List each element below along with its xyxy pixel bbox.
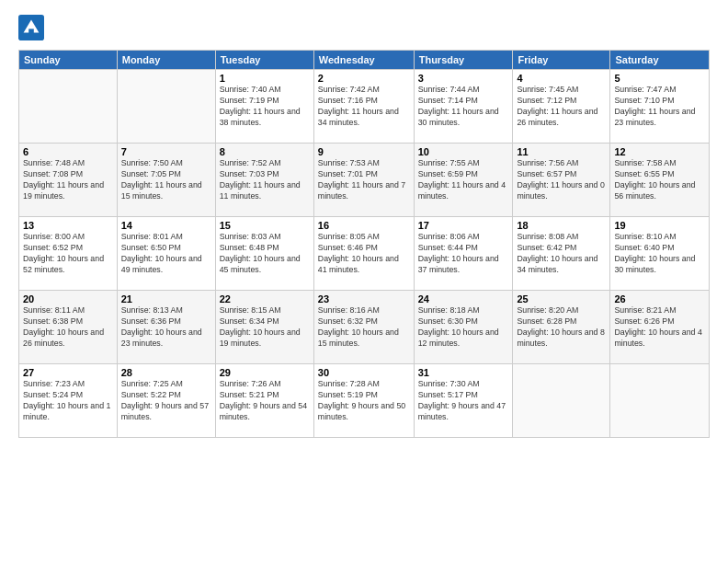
day-info: Sunrise: 8:01 AM Sunset: 6:50 PM Dayligh… bbox=[121, 232, 211, 276]
calendar-cell bbox=[513, 364, 610, 438]
calendar-cell: 1Sunrise: 7:40 AM Sunset: 7:19 PM Daylig… bbox=[215, 70, 313, 144]
calendar-cell: 21Sunrise: 8:13 AM Sunset: 6:36 PM Dayli… bbox=[117, 291, 215, 364]
day-number: 6 bbox=[23, 146, 113, 157]
calendar-cell: 14Sunrise: 8:01 AM Sunset: 6:50 PM Dayli… bbox=[117, 217, 215, 291]
day-number: 23 bbox=[318, 293, 410, 304]
day-info: Sunrise: 7:42 AM Sunset: 7:16 PM Dayligh… bbox=[318, 85, 410, 129]
calendar-cell: 28Sunrise: 7:25 AM Sunset: 5:22 PM Dayli… bbox=[117, 364, 215, 438]
calendar-cell: 5Sunrise: 7:47 AM Sunset: 7:10 PM Daylig… bbox=[610, 70, 710, 144]
day-number: 30 bbox=[318, 367, 410, 378]
day-info: Sunrise: 7:47 AM Sunset: 7:10 PM Dayligh… bbox=[614, 85, 705, 129]
calendar-week-row: 27Sunrise: 7:23 AM Sunset: 5:24 PM Dayli… bbox=[19, 364, 710, 438]
calendar-cell: 19Sunrise: 8:10 AM Sunset: 6:40 PM Dayli… bbox=[610, 217, 710, 291]
day-number: 20 bbox=[23, 293, 113, 304]
logo bbox=[18, 15, 48, 40]
calendar-cell: 12Sunrise: 7:58 AM Sunset: 6:55 PM Dayli… bbox=[610, 144, 710, 217]
calendar-cell bbox=[610, 364, 710, 438]
day-number: 18 bbox=[517, 220, 606, 231]
calendar-cell: 8Sunrise: 7:52 AM Sunset: 7:03 PM Daylig… bbox=[215, 144, 313, 217]
calendar-table: SundayMondayTuesdayWednesdayThursdayFrid… bbox=[18, 50, 710, 438]
day-number: 11 bbox=[517, 146, 606, 157]
calendar-cell: 13Sunrise: 8:00 AM Sunset: 6:52 PM Dayli… bbox=[19, 217, 118, 291]
day-info: Sunrise: 7:30 AM Sunset: 5:17 PM Dayligh… bbox=[418, 379, 509, 423]
calendar-cell: 17Sunrise: 8:06 AM Sunset: 6:44 PM Dayli… bbox=[414, 217, 513, 291]
day-info: Sunrise: 8:03 AM Sunset: 6:48 PM Dayligh… bbox=[220, 232, 310, 276]
day-info: Sunrise: 7:55 AM Sunset: 6:59 PM Dayligh… bbox=[418, 158, 509, 202]
page: SundayMondayTuesdayWednesdayThursdayFrid… bbox=[0, 0, 728, 563]
day-number: 31 bbox=[418, 367, 509, 378]
day-number: 14 bbox=[121, 220, 211, 231]
calendar-cell: 6Sunrise: 7:48 AM Sunset: 7:08 PM Daylig… bbox=[19, 144, 118, 217]
day-number: 13 bbox=[23, 220, 113, 231]
calendar-cell: 25Sunrise: 8:20 AM Sunset: 6:28 PM Dayli… bbox=[513, 291, 610, 364]
day-number: 28 bbox=[121, 367, 211, 378]
day-info: Sunrise: 7:25 AM Sunset: 5:22 PM Dayligh… bbox=[121, 379, 211, 423]
day-number: 26 bbox=[614, 293, 705, 304]
calendar-cell: 10Sunrise: 7:55 AM Sunset: 6:59 PM Dayli… bbox=[414, 144, 513, 217]
day-info: Sunrise: 8:05 AM Sunset: 6:46 PM Dayligh… bbox=[318, 232, 410, 276]
calendar-cell: 26Sunrise: 8:21 AM Sunset: 6:26 PM Dayli… bbox=[610, 291, 710, 364]
logo-icon bbox=[18, 15, 44, 40]
calendar-cell: 22Sunrise: 8:15 AM Sunset: 6:34 PM Dayli… bbox=[215, 291, 313, 364]
day-info: Sunrise: 7:26 AM Sunset: 5:21 PM Dayligh… bbox=[220, 379, 310, 423]
day-number: 3 bbox=[418, 73, 509, 84]
weekday-header-cell: Sunday bbox=[19, 51, 118, 70]
day-info: Sunrise: 8:16 AM Sunset: 6:32 PM Dayligh… bbox=[318, 305, 410, 350]
day-info: Sunrise: 8:00 AM Sunset: 6:52 PM Dayligh… bbox=[23, 232, 113, 276]
day-number: 5 bbox=[614, 73, 705, 84]
calendar-week-row: 6Sunrise: 7:48 AM Sunset: 7:08 PM Daylig… bbox=[19, 144, 710, 217]
calendar-body: 1Sunrise: 7:40 AM Sunset: 7:19 PM Daylig… bbox=[19, 70, 710, 438]
day-info: Sunrise: 7:45 AM Sunset: 7:12 PM Dayligh… bbox=[517, 85, 606, 129]
day-info: Sunrise: 7:58 AM Sunset: 6:55 PM Dayligh… bbox=[614, 158, 705, 202]
weekday-header-cell: Saturday bbox=[610, 51, 710, 70]
calendar-cell: 20Sunrise: 8:11 AM Sunset: 6:38 PM Dayli… bbox=[19, 291, 118, 364]
day-info: Sunrise: 8:15 AM Sunset: 6:34 PM Dayligh… bbox=[220, 305, 310, 350]
day-number: 8 bbox=[220, 146, 310, 157]
day-info: Sunrise: 7:53 AM Sunset: 7:01 PM Dayligh… bbox=[318, 158, 410, 202]
day-info: Sunrise: 7:28 AM Sunset: 5:19 PM Dayligh… bbox=[318, 379, 410, 423]
calendar-cell: 16Sunrise: 8:05 AM Sunset: 6:46 PM Dayli… bbox=[313, 217, 414, 291]
day-number: 12 bbox=[614, 146, 705, 157]
day-number: 25 bbox=[517, 293, 606, 304]
weekday-header-cell: Friday bbox=[513, 51, 610, 70]
day-info: Sunrise: 7:48 AM Sunset: 7:08 PM Dayligh… bbox=[23, 158, 113, 202]
day-info: Sunrise: 7:56 AM Sunset: 6:57 PM Dayligh… bbox=[517, 158, 606, 202]
calendar-cell: 3Sunrise: 7:44 AM Sunset: 7:14 PM Daylig… bbox=[414, 70, 513, 144]
day-info: Sunrise: 7:44 AM Sunset: 7:14 PM Dayligh… bbox=[418, 85, 509, 129]
header bbox=[18, 15, 710, 40]
day-info: Sunrise: 8:18 AM Sunset: 6:30 PM Dayligh… bbox=[418, 305, 509, 350]
day-number: 22 bbox=[220, 293, 310, 304]
day-number: 29 bbox=[220, 367, 310, 378]
calendar-cell: 23Sunrise: 8:16 AM Sunset: 6:32 PM Dayli… bbox=[313, 291, 414, 364]
day-info: Sunrise: 8:13 AM Sunset: 6:36 PM Dayligh… bbox=[121, 305, 211, 350]
calendar-cell: 18Sunrise: 8:08 AM Sunset: 6:42 PM Dayli… bbox=[513, 217, 610, 291]
calendar-cell bbox=[19, 70, 118, 144]
calendar-week-row: 1Sunrise: 7:40 AM Sunset: 7:19 PM Daylig… bbox=[19, 70, 710, 144]
day-info: Sunrise: 7:52 AM Sunset: 7:03 PM Dayligh… bbox=[220, 158, 310, 202]
calendar-cell: 31Sunrise: 7:30 AM Sunset: 5:17 PM Dayli… bbox=[414, 364, 513, 438]
day-number: 16 bbox=[318, 220, 410, 231]
day-number: 15 bbox=[220, 220, 310, 231]
weekday-header-cell: Thursday bbox=[414, 51, 513, 70]
day-number: 1 bbox=[220, 73, 310, 84]
svg-rect-2 bbox=[28, 29, 34, 35]
day-info: Sunrise: 8:21 AM Sunset: 6:26 PM Dayligh… bbox=[614, 305, 705, 350]
calendar-cell: 7Sunrise: 7:50 AM Sunset: 7:05 PM Daylig… bbox=[117, 144, 215, 217]
calendar-week-row: 20Sunrise: 8:11 AM Sunset: 6:38 PM Dayli… bbox=[19, 291, 710, 364]
weekday-header-row: SundayMondayTuesdayWednesdayThursdayFrid… bbox=[19, 51, 710, 70]
weekday-header-cell: Monday bbox=[117, 51, 215, 70]
calendar-week-row: 13Sunrise: 8:00 AM Sunset: 6:52 PM Dayli… bbox=[19, 217, 710, 291]
day-info: Sunrise: 8:08 AM Sunset: 6:42 PM Dayligh… bbox=[517, 232, 606, 276]
day-info: Sunrise: 8:20 AM Sunset: 6:28 PM Dayligh… bbox=[517, 305, 606, 350]
day-number: 19 bbox=[614, 220, 705, 231]
day-number: 9 bbox=[318, 146, 410, 157]
day-info: Sunrise: 8:10 AM Sunset: 6:40 PM Dayligh… bbox=[614, 232, 705, 276]
day-info: Sunrise: 8:11 AM Sunset: 6:38 PM Dayligh… bbox=[23, 305, 113, 350]
calendar-cell: 4Sunrise: 7:45 AM Sunset: 7:12 PM Daylig… bbox=[513, 70, 610, 144]
day-info: Sunrise: 8:06 AM Sunset: 6:44 PM Dayligh… bbox=[418, 232, 509, 276]
calendar-cell: 30Sunrise: 7:28 AM Sunset: 5:19 PM Dayli… bbox=[313, 364, 414, 438]
day-number: 21 bbox=[121, 293, 211, 304]
day-number: 7 bbox=[121, 146, 211, 157]
calendar-cell: 29Sunrise: 7:26 AM Sunset: 5:21 PM Dayli… bbox=[215, 364, 313, 438]
day-info: Sunrise: 7:50 AM Sunset: 7:05 PM Dayligh… bbox=[121, 158, 211, 202]
